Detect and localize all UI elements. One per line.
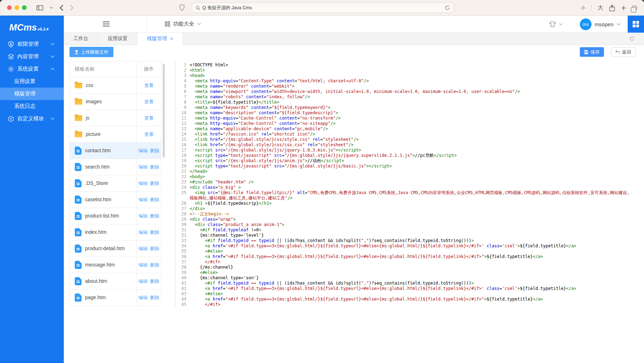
- sidebar-item-系统设置[interactable]: 系统设置: [0, 63, 64, 75]
- code-line[interactable]: 23<#include "header.htm" />: [175, 180, 635, 185]
- table-row-js[interactable]: js查看: [70, 110, 161, 126]
- delete-link[interactable]: 删除: [150, 213, 159, 219]
- upload-template-button[interactable]: 上传模板文件: [69, 47, 113, 57]
- sidebar-subitem-应用设置[interactable]: 应用设置: [0, 75, 64, 88]
- delete-link[interactable]: 删除: [150, 295, 159, 301]
- code-line[interactable]: 28<!--正文begin-->: [175, 211, 635, 217]
- delete-link[interactable]: 删除: [150, 197, 159, 203]
- refresh-tab-icon[interactable]: [629, 36, 635, 42]
- table-row-picture[interactable]: picture查看: [70, 126, 161, 143]
- delete-link[interactable]: 删除: [150, 262, 159, 268]
- code-line[interactable]: 39 <#else>: [175, 270, 635, 275]
- code-line[interactable]: 19 <script src="/{ms:global.style/}js/an…: [175, 158, 635, 164]
- table-row-images[interactable]: images查看: [70, 94, 161, 110]
- code-line[interactable]: 3<head>: [175, 73, 635, 78]
- reload-icon[interactable]: [444, 5, 450, 11]
- table-row-about.htm[interactable]: about.htm编辑删除: [70, 273, 161, 290]
- table-row-.DS_Store[interactable]: .DS_Store编辑删除: [70, 175, 161, 192]
- code-line[interactable]: 33 <#if field.typeid == typeid || (ids?h…: [175, 238, 635, 243]
- view-link[interactable]: 查看: [144, 115, 153, 121]
- table-row-page.htm[interactable]: page.htm编辑删除: [70, 290, 161, 306]
- code-line[interactable]: 38 {/ms:channel}: [175, 265, 635, 270]
- table-row-index.htm[interactable]: index.htm编辑删除: [70, 224, 161, 241]
- sidebar-item-内容管理[interactable]: 内容管理: [0, 50, 64, 63]
- edit-link[interactable]: 编辑: [139, 164, 148, 170]
- code-line[interactable]: 9 <meta name="keywords" content="${field…: [175, 105, 635, 110]
- code-line[interactable]: 10 <meta name="description" content="${f…: [175, 110, 635, 116]
- edit-link[interactable]: 编辑: [139, 148, 148, 154]
- code-line[interactable]: 13 <meta name="applicable-device" conten…: [175, 126, 635, 132]
- delete-link[interactable]: 删除: [150, 278, 159, 285]
- back-button[interactable]: [60, 5, 63, 11]
- sidebar-subitem-系统日志[interactable]: 系统日志: [0, 100, 64, 112]
- sidebar-item-自定义模块[interactable]: 自定义模块: [0, 112, 64, 125]
- code-line[interactable]: 34 <a href='<#if field.type==3>{ms:globa…: [175, 243, 635, 249]
- new-tab-icon[interactable]: [621, 5, 626, 11]
- minimize-window-button[interactable]: [15, 5, 19, 10]
- delete-link[interactable]: 删除: [150, 164, 159, 170]
- code-line[interactable]: 12 <meta http-equiv="Cache-Control" cont…: [175, 121, 635, 126]
- tab-工作台[interactable]: 工作台: [64, 33, 98, 45]
- code-line[interactable]: 37 </#if>: [175, 259, 635, 265]
- code-line[interactable]: 20 <script type="text/javascript" src="/…: [175, 164, 635, 169]
- theme-switcher[interactable]: [549, 21, 563, 27]
- tab-应用设置[interactable]: 应用设置: [98, 33, 138, 45]
- file-list-scrollbar[interactable]: [163, 64, 165, 158]
- view-link[interactable]: 查看: [144, 131, 153, 138]
- code-line[interactable]: 43 <#else>: [175, 291, 635, 297]
- edit-link[interactable]: 编辑: [139, 180, 148, 187]
- edit-link[interactable]: 编辑: [139, 229, 148, 236]
- delete-link[interactable]: 删除: [150, 229, 159, 236]
- sidebar-item-权限管理[interactable]: 权限管理: [0, 38, 64, 50]
- code-line[interactable]: 26 <h1 >${field.typedescrip}</h1>: [175, 201, 635, 206]
- code-line[interactable]: 29<div class="wrap">: [175, 217, 635, 222]
- code-line[interactable]: 21</head>: [175, 169, 635, 174]
- code-line[interactable]: 4 <meta http-equiv="Content-Type" conten…: [175, 78, 635, 84]
- tab-模版管理[interactable]: 模版管理×: [138, 33, 183, 45]
- code-editor[interactable]: 1<!DOCTYPE html>2<html>3<head>4 <meta ht…: [175, 61, 635, 307]
- code-line[interactable]: 17 <script src="/{ms:global.style/}js/jq…: [175, 148, 635, 153]
- edit-link[interactable]: 编辑: [139, 278, 148, 285]
- code-line[interactable]: 40 {ms:channel type='son'}: [175, 275, 635, 281]
- code-line[interactable]: 1<!DOCTYPE html>: [175, 62, 635, 68]
- apps-grid-button[interactable]: [628, 16, 644, 33]
- back-button-page[interactable]: 返回: [611, 47, 635, 57]
- code-line[interactable]: 5 <meta name="renderer" content="webkit"…: [175, 84, 635, 89]
- code-line[interactable]: 18 <script type="text/javascript" src="/…: [175, 153, 635, 158]
- code-line[interactable]: 2<html>: [175, 68, 635, 73]
- code-line[interactable]: 35 <#else>: [175, 249, 635, 254]
- code-line[interactable]: 42 <a href='<#if field.type==3>{ms:globa…: [175, 286, 635, 291]
- edit-link[interactable]: 编辑: [139, 246, 148, 252]
- delete-link[interactable]: 删除: [150, 246, 159, 252]
- sidebar-subitem-模版管理[interactable]: 模版管理: [0, 88, 64, 100]
- forward-button[interactable]: [70, 5, 74, 11]
- code-line[interactable]: 11 <meta http-equiv="Cache-Control" cont…: [175, 116, 635, 121]
- code-line[interactable]: 7 <meta name="robots" content="index, fo…: [175, 94, 635, 100]
- table-row-css[interactable]: css查看: [70, 77, 161, 94]
- code-line[interactable]: 27</div>: [175, 206, 635, 211]
- code-line[interactable]: 24<div class="o_big" >: [175, 185, 635, 190]
- url-bar[interactable]: Q 免疫开源的 Java Cms: [192, 2, 454, 13]
- fullscreen-window-button[interactable]: [22, 5, 27, 10]
- code-line[interactable]: 22<body>: [175, 174, 635, 180]
- code-line[interactable]: 16 <link href="/{ms:global.style/}css/cs…: [175, 142, 635, 148]
- code-line[interactable]: 25 <img src="{@ms:file field.typelitpic/…: [175, 190, 635, 201]
- delete-link[interactable]: 删除: [150, 148, 159, 154]
- edit-link[interactable]: 编辑: [139, 197, 148, 203]
- font-larger-button[interactable]: 大: [598, 4, 603, 12]
- code-line[interactable]: 32 {ms:channel type='level'}: [175, 233, 635, 238]
- table-row-caselist.htm[interactable]: caselist.htm编辑删除: [70, 192, 161, 208]
- sidebar-toggle-icon[interactable]: [37, 5, 43, 10]
- sidebar-chevron-icon[interactable]: [50, 6, 53, 9]
- code-line[interactable]: 31 <#if field.typeleaf !=0>: [175, 227, 635, 233]
- code-line[interactable]: 8 <title>${field.typetitle}</title>: [175, 100, 635, 105]
- tab-overview-icon[interactable]: [632, 6, 637, 10]
- user-menu[interactable]: ms msopen: [580, 18, 621, 30]
- privacy-shield-icon[interactable]: [179, 4, 185, 11]
- table-row-contact.htm[interactable]: contact.htm编辑删除: [70, 143, 161, 159]
- close-window-button[interactable]: [7, 5, 12, 10]
- code-line[interactable]: 15 <link href="/{ms:global.style/}css/st…: [175, 137, 635, 142]
- view-link[interactable]: 查看: [144, 99, 153, 105]
- table-row-message.htm[interactable]: message.htm编辑删除: [70, 257, 161, 273]
- table-row-product-detail.htm[interactable]: product-detail.htm编辑删除: [70, 241, 161, 257]
